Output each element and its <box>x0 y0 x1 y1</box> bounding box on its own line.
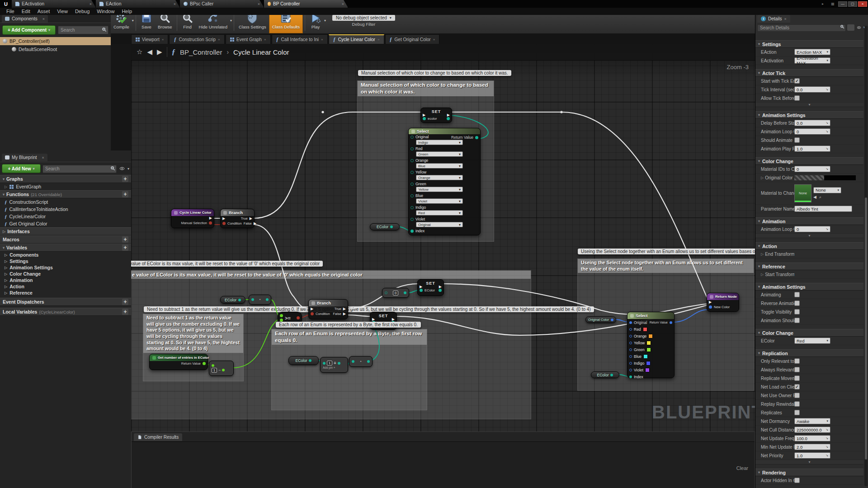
component-row-self[interactable]: BP_Controller(self) <box>0 37 111 45</box>
node-set-ecolor-2[interactable]: SET ▶▶ EColor <box>417 279 444 296</box>
variable-category-row[interactable]: ▷Action <box>0 283 131 290</box>
variable-pill-original-color[interactable]: Original Color <box>585 316 616 323</box>
collapsed-icon[interactable]: ▷ <box>761 252 764 256</box>
enum-pin[interactable] <box>410 183 414 186</box>
section-header[interactable]: ▾Color Change <box>755 157 863 165</box>
detail-checkbox[interactable] <box>794 318 800 323</box>
window-tab[interactable]: EActivation× <box>12 0 96 8</box>
section-header[interactable]: ▾Animation Settings <box>755 111 863 119</box>
detail-dropdown[interactable]: EActivation MAX▾ <box>794 57 830 64</box>
section-header[interactable]: ▾Rendering <box>755 469 863 476</box>
exec-pin[interactable]: ▶ <box>439 285 442 289</box>
scrollbar-thumb[interactable] <box>865 197 867 460</box>
detail-number-field[interactable]: 1.0↘ <box>794 452 830 459</box>
color-pin[interactable] <box>629 355 632 358</box>
close-icon[interactable]: × <box>42 155 44 160</box>
detail-number-field[interactable]: 0.0↘ <box>794 120 830 126</box>
graph-tab-construction-scrip[interactable]: ƒConstruction Scrip× <box>169 34 224 44</box>
node-branch-1[interactable]: Branch ▶True▶ ConditionFalse▶ <box>220 209 255 228</box>
output-pin[interactable] <box>266 298 269 301</box>
variable-category-row[interactable]: ▷Reference <box>0 290 131 296</box>
collapsed-icon[interactable]: ▷ <box>761 176 764 180</box>
detail-checkbox[interactable] <box>794 478 800 483</box>
output-pin[interactable] <box>338 362 340 365</box>
detail-number-field[interactable]: 1.0↘ <box>794 145 830 152</box>
close-button[interactable]: × <box>858 1 867 7</box>
color-preview-bar[interactable] <box>794 175 856 180</box>
browse-icon[interactable]: ⌕ <box>819 195 821 200</box>
detail-checkbox[interactable] <box>794 393 800 398</box>
variable-category-row[interactable]: ▷Animation <box>0 277 131 283</box>
enum-pin[interactable] <box>238 299 241 301</box>
enum-pin[interactable] <box>410 218 414 221</box>
detail-checkbox[interactable] <box>794 300 800 306</box>
menu-asset[interactable]: Asset <box>34 9 54 14</box>
detail-checkbox[interactable] <box>794 358 800 364</box>
exec-pin[interactable]: ▶ <box>250 217 252 221</box>
menu-file[interactable]: File <box>3 9 18 14</box>
exec-pin[interactable]: ▶ <box>420 285 422 289</box>
enum-value-dropdown[interactable]: Indigo▾ <box>416 140 463 145</box>
add-component-button[interactable]: + Add Component▾ <box>2 25 56 35</box>
expander-row[interactable]: ▾ <box>755 460 863 465</box>
add-macro-button[interactable]: + <box>122 236 128 243</box>
add-graph-button[interactable]: + <box>122 176 128 182</box>
collapsed-icon[interactable]: ▷ <box>761 272 764 277</box>
detail-number-field[interactable]: 225000000.0↘ <box>794 427 830 433</box>
node-int-to-byte-conversion[interactable]: • <box>349 356 373 367</box>
condition-pin[interactable] <box>311 312 314 315</box>
enum-pin[interactable] <box>447 117 450 120</box>
function-row[interactable]: ƒConstructionScript <box>0 198 131 206</box>
condition-pin[interactable] <box>222 222 226 225</box>
close-icon[interactable]: × <box>342 2 344 6</box>
back-arrow-icon[interactable]: ◀ <box>147 48 152 56</box>
components-search-input[interactable] <box>58 26 108 34</box>
color-pin[interactable] <box>629 369 632 371</box>
close-icon[interactable]: × <box>784 17 787 21</box>
input-pin[interactable] <box>352 360 354 363</box>
color-pin[interactable] <box>629 362 632 365</box>
close-icon[interactable]: × <box>174 2 176 6</box>
function-row[interactable]: ƒCycleLinearColor <box>0 213 131 220</box>
exec-pin[interactable]: ▶ <box>447 113 450 117</box>
expander-row[interactable]: ▾ <box>755 234 863 238</box>
section-header[interactable]: ▾Action <box>755 242 863 250</box>
exec-pin[interactable]: ▶ <box>343 312 346 316</box>
input-pin[interactable] <box>385 291 387 294</box>
function-row[interactable]: ƒGet Original Color <box>0 220 131 227</box>
variable-pill-ecolor[interactable]: EColor <box>370 223 400 230</box>
macros-header[interactable]: Macros+ <box>0 235 131 244</box>
chevron-down-icon[interactable]: ▾ <box>230 19 232 23</box>
chevron-down-icon[interactable]: ▾ <box>132 19 134 23</box>
exec-pin[interactable]: ▶ <box>709 300 712 304</box>
node-select-enum[interactable]: Select Return Value OriginalIndigo▾RedGr… <box>408 128 481 235</box>
components-tab[interactable]: Components × <box>2 15 48 23</box>
enum-pin[interactable] <box>410 136 414 139</box>
new-color-pin[interactable] <box>709 305 712 309</box>
detail-number-field[interactable]: 0.0↘ <box>794 86 830 93</box>
exec-pin[interactable]: ▶ <box>343 307 346 311</box>
index-pin[interactable] <box>629 375 632 378</box>
detail-checkbox[interactable] <box>794 292 800 297</box>
breadcrumb-current[interactable]: Cycle Linear Color <box>233 48 289 56</box>
graph-tab-event-graph[interactable]: Event Graph× <box>226 34 271 44</box>
menu-debug[interactable]: Debug <box>71 9 93 14</box>
menu-window[interactable]: Window <box>93 9 118 14</box>
enum-pin[interactable] <box>410 147 414 150</box>
output-pin[interactable] <box>404 291 406 294</box>
forward-arrow-icon[interactable]: ▶ <box>157 48 162 56</box>
color-pin[interactable] <box>629 342 632 344</box>
exec-pin[interactable]: ▶ <box>311 307 313 311</box>
original-pin[interactable] <box>629 321 632 324</box>
node-branch-2[interactable]: Branch ▶True▶ ConditionFalse▶ <box>308 299 348 319</box>
variable-category-row[interactable]: ▷Components <box>0 252 131 258</box>
minimize-button[interactable]: — <box>838 1 847 7</box>
exec-pin[interactable]: ▶ <box>209 216 212 220</box>
bool-pin[interactable] <box>209 221 212 225</box>
index-pin[interactable] <box>410 230 414 233</box>
expander-row[interactable]: ▾ <box>755 103 863 107</box>
blueprint-search-input[interactable] <box>42 165 117 173</box>
exec-pin[interactable]: ▶ <box>222 217 225 221</box>
enum-pin[interactable] <box>309 359 311 362</box>
node-byte-literal-zero[interactable]: 0 <box>382 288 409 298</box>
